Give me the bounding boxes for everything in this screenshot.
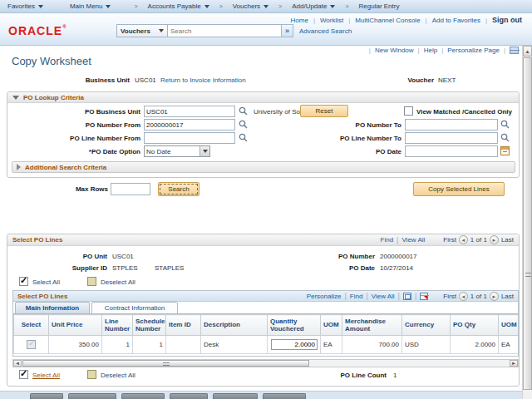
table-row: 350.00 1 1 Desk EA 700.00 USD 2.0000 EA (14, 336, 519, 354)
collapse-arrow-icon (12, 96, 19, 100)
page-vertical-scrollbar[interactable]: ▲ (522, 46, 532, 399)
return-to-invoice-link[interactable]: Return to Invoice Information (160, 76, 246, 84)
personalize-link[interactable]: Personalize (307, 293, 342, 300)
deselect-all-checkbox[interactable] (87, 277, 96, 286)
select-all-checkbox[interactable] (19, 277, 28, 286)
calendar-icon[interactable] (500, 146, 510, 155)
grid-horizontal-scrollbar[interactable]: ◄ ► (12, 359, 519, 367)
scroll-right-icon[interactable]: ► (510, 360, 518, 367)
max-rows-input[interactable] (111, 183, 150, 195)
breadcrumb-regular-entry[interactable]: Regular Entry (352, 0, 407, 13)
tab-contract-information[interactable]: Contract Information (91, 302, 178, 314)
po-line-number-to-input[interactable] (405, 132, 498, 144)
separator: | (415, 292, 416, 300)
breadcrumb-vouchers[interactable]: Vouchers (225, 0, 276, 13)
supplier-name: STAPLES (155, 264, 184, 272)
breadcrumb-accounts-payable[interactable]: Accounts Payable (140, 0, 217, 13)
search-go-button[interactable] (281, 24, 293, 37)
help-link[interactable]: Help (424, 47, 437, 54)
download-spreadsheet-icon[interactable] (420, 293, 428, 300)
previous-page-icon[interactable] (459, 235, 468, 244)
select-all-link-bottom[interactable]: Select All (32, 372, 60, 379)
po-number-from-input[interactable] (144, 119, 235, 131)
tab-main-information[interactable]: Main Information (15, 302, 90, 314)
sign-out-link[interactable]: Sign out (492, 16, 522, 24)
col-merchandise-amount: Merchandise Amount (342, 315, 402, 336)
po-number-to-input[interactable] (405, 119, 498, 131)
home-link[interactable]: Home (291, 17, 308, 24)
po-lines-grid: Select PO Lines Personalize | Find | Vie… (12, 290, 519, 357)
breadcrumb-label: Regular Entry (359, 2, 400, 10)
scrollbar-thumb[interactable] (22, 360, 309, 367)
next-page-icon[interactable] (490, 292, 499, 301)
grid-view-all-link[interactable]: View All (372, 293, 395, 300)
oracle-logo: ORACLE (8, 24, 67, 37)
po-number-to-label: PO Number To (249, 121, 401, 129)
breadcrumb-add-update[interactable]: Add/Update (284, 0, 342, 13)
worklist-link[interactable]: Worklist (320, 17, 343, 24)
view-all-link[interactable]: View All (401, 236, 425, 244)
select-all-link[interactable]: Select All (32, 278, 60, 286)
separator: | (366, 292, 367, 300)
search-scope-dropdown[interactable]: Vouchers (116, 24, 168, 37)
next-page-icon[interactable] (490, 235, 499, 244)
multichannel-console-link[interactable]: MultiChannel Console (355, 17, 420, 24)
col-po-qty: PO Qty (451, 315, 499, 336)
po-line-number-from-input[interactable] (144, 132, 235, 144)
personalize-page-link[interactable]: Personalize Page (447, 47, 500, 54)
reset-button[interactable]: Reset (300, 105, 348, 117)
po-line-number-to-label: PO Line Number To (249, 135, 401, 142)
utility-links: | New Window | Help | Personalize Page | (369, 47, 519, 54)
deselect-all-checkbox-bottom[interactable] (87, 370, 96, 379)
lookup-magnifier-icon[interactable] (500, 120, 510, 129)
cutoff-button (30, 393, 63, 399)
breadcrumb-label: Vouchers (233, 2, 260, 10)
new-window-link[interactable]: New Window (375, 47, 414, 54)
deselect-all-link[interactable]: Deselect All (101, 278, 135, 286)
row-select-checkbox[interactable] (27, 340, 36, 349)
chevron-down-icon (264, 5, 268, 8)
search-input[interactable] (167, 24, 282, 37)
cell-schedule-number: 1 (133, 336, 166, 354)
additional-search-bar[interactable]: Additional Search Criteria (12, 161, 515, 173)
lookup-magnifier-icon[interactable] (500, 133, 510, 142)
pager-count: 1 of 1 (470, 236, 487, 244)
copy-selected-lines-button[interactable]: Copy Selected Lines (413, 182, 505, 196)
po-business-unit-input[interactable] (144, 106, 235, 117)
advanced-search-link[interactable]: Advanced Search (299, 27, 352, 35)
find-link[interactable]: Find (381, 236, 394, 244)
po-line-count-value: 1 (393, 372, 397, 379)
deselect-all-link-bottom[interactable]: Deselect All (101, 372, 135, 379)
breadcrumb-main-menu[interactable]: Main Menu (62, 0, 119, 13)
previous-page-icon[interactable] (459, 292, 468, 301)
scroll-up-icon[interactable]: ▲ (523, 46, 532, 57)
grid-toolbar: Select PO Lines Personalize | Find | Vie… (13, 291, 518, 302)
scrollbar-grip (163, 362, 170, 366)
breadcrumb-separator: > (342, 3, 351, 9)
po-date-input[interactable] (405, 145, 498, 157)
quantity-vouchered-input[interactable] (271, 339, 318, 350)
view-matched-checkbox[interactable] (404, 106, 413, 116)
http-page-icon[interactable] (510, 47, 519, 54)
separator: | (313, 17, 315, 24)
po-line-number-from-label: PO Line Number From (7, 135, 140, 142)
search-button[interactable]: Search (158, 182, 200, 196)
add-to-favorites-link[interactable]: Add to Favorites (432, 17, 480, 24)
lookup-magnifier-icon[interactable] (239, 133, 248, 142)
pager-last-label: Last (501, 293, 514, 300)
zoom-popup-icon[interactable] (403, 293, 411, 300)
scrollbar-grip (525, 273, 531, 277)
scrollbar-thumb[interactable] (523, 57, 532, 390)
lookup-magnifier-icon[interactable] (239, 106, 248, 116)
page-title: Copy Worksheet (12, 55, 91, 67)
scroll-left-icon[interactable]: ◄ (13, 360, 22, 367)
select-all-checkbox-bottom[interactable] (19, 370, 28, 379)
po-date-option-select[interactable]: No Date (144, 145, 210, 157)
lookup-magnifier-icon[interactable] (239, 120, 248, 129)
breadcrumb-favorites[interactable]: Favorites (0, 0, 51, 13)
cutoff-button (263, 393, 306, 399)
separator: | (398, 292, 400, 300)
grid-find-link[interactable]: Find (350, 293, 363, 300)
cutoff-button (68, 393, 116, 399)
po-lookup-header[interactable]: PO Lookup Criteria (7, 92, 519, 103)
